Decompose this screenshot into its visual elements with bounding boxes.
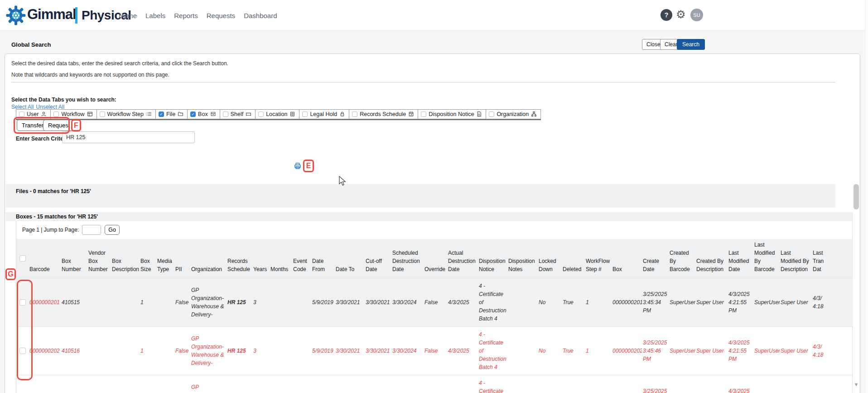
cell-override: False [424, 375, 447, 393]
col-box-number: Box Number [61, 239, 87, 278]
col-pii: PII [174, 239, 190, 278]
search-button[interactable]: Search [677, 39, 705, 50]
nav-dashboard[interactable]: Dashboard [244, 12, 277, 19]
tab-checkbox[interactable]: ✓ [190, 112, 196, 117]
disposition-notice-icon [476, 111, 482, 117]
tab-checkbox[interactable] [489, 112, 494, 117]
tab-box[interactable]: ✓Box [187, 109, 220, 119]
instructions-line-1: Select the desired data tabs, enter the … [11, 60, 228, 67]
tab-checkbox[interactable] [302, 112, 308, 117]
cell-barcode[interactable]: 0000000202 [29, 327, 61, 375]
tab-file[interactable]: ✓File [155, 109, 187, 119]
cell-cutoff-date: 3/30/2021 [365, 375, 391, 393]
tab-workflow-step[interactable]: Workflow Step [96, 109, 155, 119]
col-records-schedule: Records Schedule [227, 239, 252, 278]
col-actual-destruction-date: Actual Destruction Date [447, 239, 478, 278]
results-scrollbar-thumb[interactable] [854, 184, 859, 209]
cell-actual-destruction-date: 4/3/2025 [447, 375, 478, 393]
cell-box-number: 410516 [61, 327, 87, 375]
cell-last-modified-by-description: Super User [780, 327, 812, 375]
tab-organization[interactable]: Organization [486, 109, 541, 119]
cell-workflow-step: 1 [585, 327, 612, 375]
cell-box-number: 410517 [61, 375, 87, 393]
table-row: 00000002024105161FalseGP Organization-Wa… [16, 327, 853, 375]
cell-pii: False [174, 327, 190, 375]
col-last-transfer-date: Last Tran Dat [812, 239, 835, 278]
tab-label: Workflow [61, 111, 84, 117]
tab-checkbox[interactable] [19, 112, 24, 117]
tab-checkbox[interactable] [100, 112, 105, 117]
page-scrollbar[interactable] [865, 0, 868, 393]
cell-organization: GP Organization-Warehouse & Delivery- [190, 327, 227, 375]
tab-records-schedule[interactable]: Records Schedule [349, 109, 418, 119]
cell-last-transfer-date: 4/3/ 4:18 [812, 278, 835, 327]
tab-location[interactable]: Location [255, 109, 299, 119]
user-avatar[interactable]: SU [690, 9, 703, 21]
print-icon[interactable] [294, 162, 302, 172]
cell-date-from: 5/9/2019 [311, 375, 335, 393]
tab-shelf[interactable]: Shelf [220, 109, 256, 119]
tab-label: Legal Hold [310, 111, 337, 117]
cell-barcode[interactable]: 0000000201 [29, 278, 61, 327]
location-icon [289, 111, 295, 117]
jump-to-page-input[interactable] [82, 225, 101, 235]
page-title: Global Search [11, 41, 51, 48]
divider [11, 82, 835, 82]
cell-last-modified-date: 4/3/2025 4:21:55 PM [728, 375, 753, 393]
go-button[interactable]: Go [105, 225, 120, 235]
tab-checkbox[interactable]: ✓ [159, 112, 164, 117]
select-all-checkbox[interactable] [19, 255, 26, 262]
tab-legal-hold[interactable]: Legal Hold [299, 109, 349, 119]
cell-last-modified-by-barcode: SuperUser [753, 375, 780, 393]
tab-checkbox[interactable] [421, 112, 426, 117]
gear-icon[interactable]: ⚙ [676, 8, 686, 21]
workflow-step-icon [146, 111, 152, 117]
records-schedule-icon [408, 111, 414, 117]
search-criteria-input[interactable] [62, 131, 195, 143]
pagination: Page 1 | Jump to Page: Go [16, 221, 852, 239]
nav-home[interactable]: Home [119, 12, 137, 19]
cell-event-code [292, 375, 311, 393]
brand-separator [75, 7, 77, 24]
cell-box: 0000000203 [612, 375, 642, 393]
cell-actual-destruction-date: 4/3/2025 [447, 327, 478, 375]
cell-last-modified-by-description: Super User [780, 375, 812, 393]
cell-last-transfer-date: 4/3/ 4:1 [812, 375, 835, 393]
boxes-results-container: Page 1 | Jump to Page: Go BarcodeBox Num… [16, 221, 853, 393]
cell-vendor-box-number [87, 375, 111, 393]
cell-disposition-notes [507, 278, 538, 327]
tab-label: Disposition Notice [429, 111, 474, 117]
col-locked-down: Locked Down [538, 239, 562, 278]
tab-disposition-notice[interactable]: Disposition Notice [418, 109, 486, 119]
cell-last-transfer-date: 4/3/ 4:18 [812, 327, 835, 375]
cell-barcode[interactable]: 0000000203 [29, 375, 61, 393]
cell-date-from: 5/9/2019 [311, 278, 335, 327]
col-workflow-step: WorkFlow Step # [585, 239, 612, 278]
tab-checkbox[interactable] [352, 112, 357, 117]
cell-locked-down: No [538, 327, 562, 375]
tab-checkbox[interactable] [53, 112, 59, 117]
organization-icon [531, 111, 537, 117]
tab-label: Organization [497, 111, 529, 117]
cell-cutoff-date: 3/30/2021 [365, 278, 391, 327]
annotation-rect-g [17, 280, 33, 380]
cell-last-modified-date: 4/3/2025 4:21:55 PM [728, 327, 753, 375]
col-box-description: Box Description [111, 239, 140, 278]
cell-deleted: True [562, 327, 585, 375]
cell-scheduled-destruction-date: 3/30/2024 [391, 327, 424, 375]
cell-cutoff-date: 3/30/2021 [365, 327, 391, 375]
tab-checkbox[interactable] [223, 112, 228, 117]
nav-reports[interactable]: Reports [174, 12, 198, 19]
help-icon[interactable]: ? [661, 9, 672, 21]
cell-box-size: 1 [140, 278, 156, 327]
scrollbar-down-arrow[interactable]: ▼ [853, 382, 859, 387]
cell-scheduled-destruction-date: 3/30/2024 [391, 278, 424, 327]
nav-requests[interactable]: Requests [207, 12, 235, 19]
col-barcode: Barcode [29, 239, 61, 278]
cell-date-to: 3/30/2021 [335, 375, 365, 393]
cell-override: False [424, 327, 447, 375]
table-row: 00000002014105151FalseGP Organization-Wa… [16, 278, 853, 327]
tab-checkbox[interactable] [258, 112, 264, 117]
nav-labels[interactable]: Labels [145, 12, 165, 19]
table-header-row: BarcodeBox NumberVendor Box NumberBox De… [16, 239, 853, 278]
